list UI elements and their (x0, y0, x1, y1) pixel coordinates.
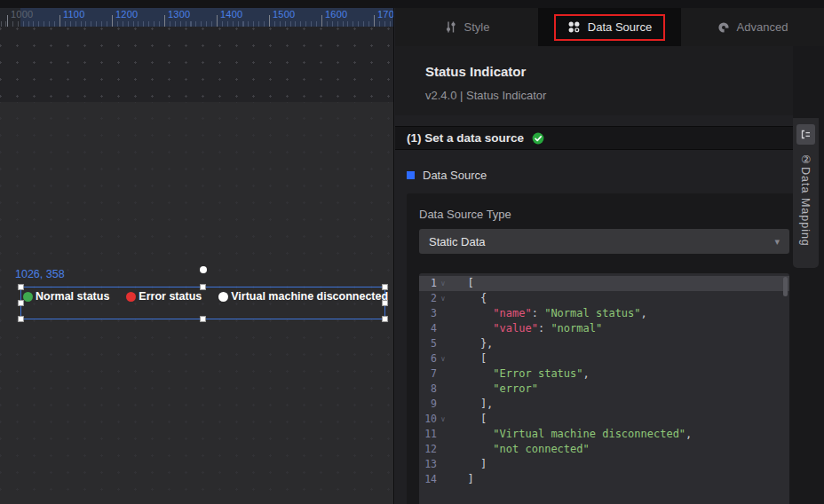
code-line[interactable]: 6∨ [ (419, 351, 789, 366)
data-source-type-select[interactable]: Static Data ▾ (419, 229, 789, 254)
line-number: 11 (419, 427, 437, 442)
line-number: 5 (419, 336, 437, 351)
status-item-label: Virtual machine disconnected (231, 290, 388, 303)
app-window: 10001100120013001400150016001700 1026, 3… (0, 0, 824, 504)
fold-gutter (437, 427, 449, 442)
collapse-panel-icon[interactable] (796, 124, 815, 145)
code-text: "error" (449, 382, 538, 397)
panel-tab-bar: Style Data Source (395, 8, 824, 46)
code-line[interactable]: 9 ], (419, 397, 789, 412)
resize-handle-bottom-center[interactable] (200, 316, 206, 322)
data-source-type-label: Data Source Type (419, 208, 789, 221)
resize-handle-top-right[interactable] (382, 284, 388, 290)
tab-data-source-highlight-box: Data Source (554, 14, 665, 41)
data-source-heading: Data Source (407, 169, 804, 182)
code-line[interactable]: 14 ] (419, 472, 789, 487)
component-version: v2.4.0 | Status Indicator (425, 89, 546, 102)
code-line[interactable]: 8 "error" (419, 382, 789, 397)
code-line[interactable]: 10∨ [ (419, 412, 789, 427)
code-line[interactable]: 1∨ [ (419, 276, 789, 291)
step-header[interactable]: (1) Set a data source (395, 126, 793, 150)
data-source-icon (567, 20, 581, 34)
editor-scrollbar[interactable] (783, 277, 788, 296)
code-text: }, (449, 336, 493, 351)
status-item: Virtual machine disconnected (218, 290, 388, 303)
ruler-unit-label: 1600 (325, 9, 347, 20)
line-number: 13 (419, 457, 437, 472)
style-icon (444, 20, 457, 34)
data-source-type-value: Static Data (429, 235, 486, 248)
line-number: 6 (419, 351, 437, 366)
ruler-unit-label: 1100 (63, 9, 84, 20)
status-indicator-row: Normal statusError statusVirtual machine… (23, 290, 388, 303)
line-number: 12 (419, 442, 437, 457)
code-line[interactable]: 2∨ { (419, 291, 789, 306)
line-number: 9 (419, 397, 437, 412)
fold-gutter (437, 366, 449, 382)
static-data-code-editor[interactable]: 1∨ [2∨ {3 "name": "Normal status",4 "val… (419, 273, 789, 504)
ruler-unit-label: 1500 (273, 9, 295, 20)
window-top-strip (0, 0, 824, 8)
code-line[interactable]: 3 "name": "Normal status", (419, 306, 789, 321)
data-mapping-side-tab[interactable]: ②Data Mapping (793, 118, 819, 268)
code-text: [ (449, 412, 487, 427)
data-source-section: Data Source Data Source Type Static Data… (395, 150, 804, 504)
code-line[interactable]: 4 "value": "normal" (419, 321, 789, 336)
data-mapping-label: ②Data Mapping (799, 153, 812, 247)
design-canvas[interactable]: 10001100120013001400150016001700 1026, 3… (0, 0, 394, 504)
code-line[interactable]: 7 "Error status", (419, 366, 789, 382)
fold-gutter (437, 336, 449, 351)
step-header-label: (1) Set a data source (407, 131, 524, 145)
fold-arrow-icon[interactable]: ∨ (437, 276, 449, 291)
code-text: [ (449, 351, 487, 366)
code-text: ] (449, 472, 474, 487)
code-line[interactable]: 5 }, (419, 336, 789, 351)
tab-advanced[interactable]: Advanced (681, 8, 824, 46)
code-line[interactable]: 12 "not connected" (419, 442, 789, 457)
component-header: Status Indicator v2.4.0 | Status Indicat… (395, 46, 793, 115)
status-item: Normal status (23, 290, 109, 303)
code-text: ] (449, 457, 487, 472)
ruler-unit-label: 1400 (220, 9, 242, 20)
fold-gutter (437, 306, 449, 321)
horizontal-ruler[interactable]: 10001100120013001400150016001700 (0, 8, 394, 27)
blue-square-bullet-icon (407, 171, 415, 179)
fold-gutter (437, 397, 449, 412)
tab-data-source[interactable]: Data Source (538, 8, 681, 46)
code-line[interactable]: 11 "Virtual machine disconnected", (419, 427, 789, 442)
ruler-unit-label: 1000 (11, 9, 33, 20)
data-source-heading-label: Data Source (423, 169, 487, 182)
fold-arrow-icon[interactable]: ∨ (437, 291, 449, 306)
advanced-icon (717, 21, 730, 34)
fold-arrow-icon[interactable]: ∨ (437, 412, 449, 427)
code-text: "Error status", (449, 366, 590, 382)
status-item-label: Normal status (36, 290, 109, 303)
status-dot-icon (23, 292, 33, 302)
code-line[interactable]: 13 ] (419, 457, 789, 472)
tab-data-source-label: Data Source (588, 20, 652, 34)
selected-component-status-indicator[interactable]: Normal statusError statusVirtual machine… (20, 287, 385, 319)
fold-gutter (437, 321, 449, 336)
resize-handle-top-center[interactable] (200, 284, 206, 290)
resize-handle-bottom-left[interactable] (18, 316, 24, 322)
code-text: "not connected" (449, 442, 590, 457)
line-number: 3 (419, 306, 437, 321)
data-source-card: Data Source Type Static Data ▾ 1∨ [2∨ {3… (407, 193, 800, 504)
rotate-handle[interactable] (200, 266, 207, 273)
fold-gutter (437, 382, 449, 397)
line-number: 8 (419, 382, 437, 397)
fold-gutter (437, 457, 449, 472)
code-text: "Virtual machine disconnected", (449, 427, 692, 442)
resize-handle-top-left[interactable] (18, 284, 24, 290)
resize-handle-bottom-right[interactable] (382, 316, 388, 322)
component-title: Status Indicator (425, 64, 526, 79)
tab-style[interactable]: Style (395, 8, 538, 46)
fold-arrow-icon[interactable]: ∨ (437, 351, 449, 366)
fold-gutter (437, 472, 449, 487)
line-number: 1 (419, 276, 437, 291)
status-dot-icon (218, 292, 228, 302)
code-text: "value": "normal" (449, 321, 602, 336)
line-number: 14 (419, 472, 437, 487)
line-number: 4 (419, 321, 437, 336)
code-text: [ (449, 276, 474, 291)
